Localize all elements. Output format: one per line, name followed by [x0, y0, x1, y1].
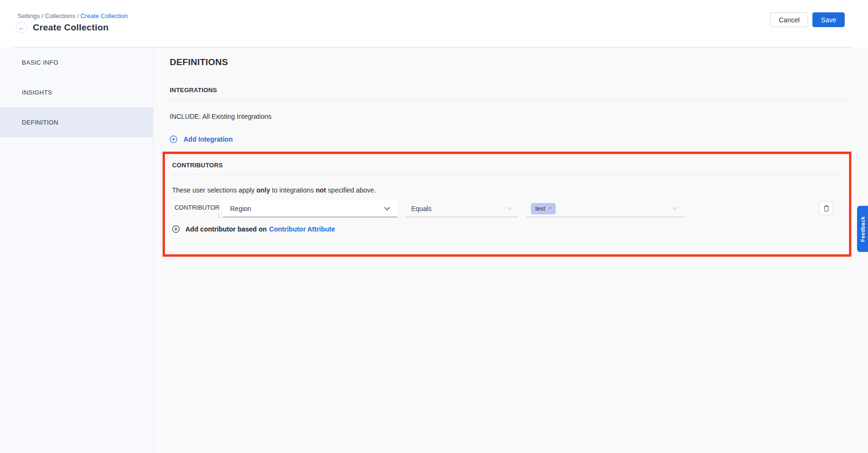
cancel-button[interactable]: Cancel: [770, 12, 808, 27]
selected-value-chip: test ×: [531, 203, 556, 214]
add-integration-link[interactable]: Add Integration: [170, 135, 232, 143]
sidebar: BASIC INFO INSIGHTS DEFINITION: [0, 48, 154, 453]
sidebar-item-insights[interactable]: INSIGHTS: [0, 77, 153, 107]
plus-circle-icon: [172, 225, 180, 233]
annotation-highlight-box: CONTRIBUTORS These user selections apply…: [163, 152, 851, 257]
include-text: INCLUDE: All Existing Integrations: [170, 113, 851, 120]
breadcrumb-current: Create Collection: [80, 12, 128, 19]
add-integration-label: Add Integration: [183, 135, 232, 143]
values-multiselect[interactable]: test ×: [526, 200, 684, 217]
contributor-attribute-link[interactable]: Contributor Attribute: [269, 225, 335, 233]
left-arrow-icon: ←: [18, 24, 25, 31]
attribute-select[interactable]: Region: [223, 200, 397, 217]
contributors-note: These user selections apply only to inte…: [172, 186, 849, 194]
sidebar-item-definition[interactable]: DEFINITION: [0, 107, 153, 137]
operator-select-value: Equals: [411, 205, 432, 212]
breadcrumb: Settings / Collections / Create Collecti…: [18, 12, 128, 19]
delete-rule-button[interactable]: [819, 201, 833, 215]
feedback-tab[interactable]: Feedback: [857, 206, 868, 252]
chip-label: test: [535, 205, 545, 212]
save-button[interactable]: Save: [812, 12, 845, 27]
contributor-label: CONTRIBUTOR :: [172, 203, 220, 220]
contributor-rule-row: CONTRIBUTOR : Region Equals test: [172, 200, 849, 220]
sidebar-item-basic-info[interactable]: BASIC INFO: [0, 48, 153, 77]
back-button[interactable]: ←: [16, 22, 27, 33]
add-contributor-link-row: Add contributor based on Contributor Att…: [172, 225, 335, 233]
plus-circle-icon: [170, 135, 177, 143]
definitions-heading: DEFINITIONS: [170, 57, 851, 67]
attribute-select-value: Region: [230, 205, 251, 212]
chip-remove-icon[interactable]: ×: [549, 205, 552, 212]
page-title: Create Collection: [33, 22, 109, 33]
contributors-section-title: CONTRIBUTORS: [172, 162, 840, 175]
title-row: ← Create Collection: [16, 22, 109, 33]
trash-icon: [823, 205, 829, 212]
add-contributor-prefix: Add contributor based on: [185, 225, 267, 233]
page-header: Settings / Collections / Create Collecti…: [0, 0, 868, 48]
main-content: DEFINITIONS INTEGRATIONS INCLUDE: All Ex…: [154, 48, 868, 453]
chevron-down-icon: [672, 207, 677, 210]
operator-select[interactable]: Equals: [405, 200, 518, 217]
feedback-tab-label: Feedback: [860, 216, 866, 242]
integrations-section-title: INTEGRATIONS: [170, 87, 851, 100]
chevron-down-icon: [384, 207, 390, 211]
body: BASIC INFO INSIGHTS DEFINITION DEFINITIO…: [0, 48, 868, 453]
header-actions: Cancel Save: [770, 12, 845, 27]
breadcrumb-path[interactable]: Settings / Collections /: [18, 12, 80, 19]
chevron-down-icon: [507, 207, 512, 210]
